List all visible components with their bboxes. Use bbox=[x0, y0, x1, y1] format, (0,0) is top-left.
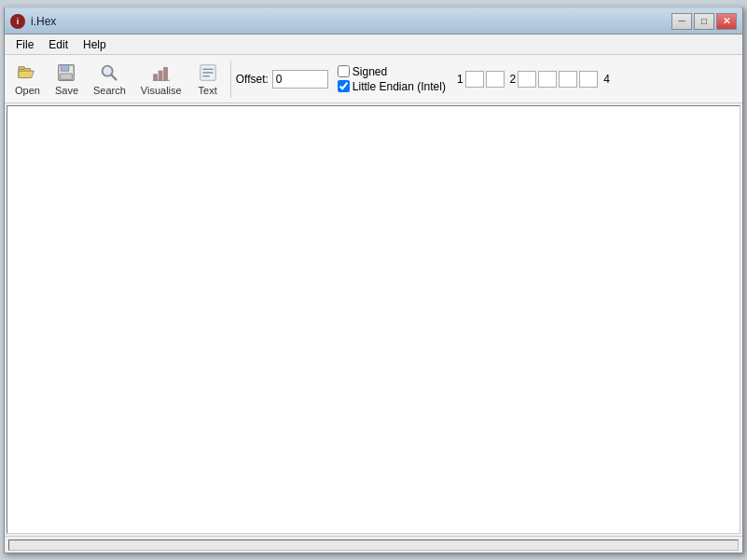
number-label-4: 4 bbox=[603, 73, 610, 86]
little-endian-row: Little Endian (Intel) bbox=[338, 80, 446, 93]
main-window: i i.Hex ─ □ ✕ File Edit Help Open bbox=[4, 7, 743, 553]
svg-rect-4 bbox=[61, 74, 73, 79]
little-endian-label[interactable]: Little Endian (Intel) bbox=[353, 80, 446, 93]
offset-label: Offset: bbox=[236, 73, 269, 86]
byte-boxes-2 bbox=[518, 71, 598, 88]
number-label-2: 2 bbox=[510, 73, 517, 86]
byte-box-3[interactable] bbox=[518, 71, 536, 88]
visualise-icon bbox=[150, 61, 173, 84]
byte-box-2[interactable] bbox=[486, 71, 505, 88]
svg-rect-9 bbox=[164, 68, 168, 81]
signed-row: Signed bbox=[338, 65, 446, 78]
toolbar: Open Save Search bbox=[5, 55, 742, 103]
title-bar: i i.Hex ─ □ ✕ bbox=[5, 8, 742, 34]
offset-group: Offset: bbox=[236, 70, 328, 89]
search-icon bbox=[98, 61, 120, 84]
menu-bar: File Edit Help bbox=[5, 34, 742, 55]
horizontal-scrollbar[interactable] bbox=[8, 540, 739, 551]
byte-box-6[interactable] bbox=[579, 71, 598, 88]
byte-boxes bbox=[465, 71, 505, 88]
visualise-button[interactable]: Visualise bbox=[134, 59, 188, 99]
save-icon bbox=[55, 61, 77, 84]
search-label: Search bbox=[93, 85, 126, 96]
svg-line-6 bbox=[112, 75, 117, 79]
svg-rect-1 bbox=[19, 67, 24, 70]
checkboxes-group: Signed Little Endian (Intel) bbox=[338, 65, 446, 93]
main-content-area bbox=[7, 105, 740, 534]
menu-file[interactable]: File bbox=[8, 36, 41, 53]
svg-rect-7 bbox=[154, 75, 158, 80]
open-label: Open bbox=[15, 85, 40, 96]
maximize-button[interactable]: □ bbox=[694, 13, 714, 30]
offset-input[interactable] bbox=[272, 70, 328, 89]
open-icon bbox=[16, 61, 38, 84]
minimize-button[interactable]: ─ bbox=[671, 13, 692, 30]
text-button[interactable]: Text bbox=[190, 59, 226, 99]
title-bar-left: i i.Hex bbox=[10, 14, 56, 29]
save-label: Save bbox=[55, 85, 78, 96]
title-bar-buttons: ─ □ ✕ bbox=[671, 13, 737, 30]
search-button[interactable]: Search bbox=[87, 59, 132, 99]
number-group-1: 1 bbox=[457, 73, 463, 86]
little-endian-checkbox[interactable] bbox=[338, 80, 350, 92]
window-title: i.Hex bbox=[31, 15, 56, 28]
svg-rect-8 bbox=[159, 71, 162, 80]
text-label: Text bbox=[199, 85, 217, 96]
close-button[interactable]: ✕ bbox=[716, 13, 737, 30]
save-button[interactable]: Save bbox=[48, 59, 85, 99]
status-bar bbox=[5, 536, 742, 553]
svg-rect-3 bbox=[62, 65, 69, 71]
menu-edit[interactable]: Edit bbox=[41, 36, 76, 53]
app-icon: i bbox=[10, 14, 25, 29]
byte-box-5[interactable] bbox=[559, 71, 577, 88]
visualise-label: Visualise bbox=[141, 85, 182, 96]
signed-checkbox[interactable] bbox=[338, 65, 350, 77]
byte-box-1[interactable] bbox=[465, 71, 484, 88]
signed-label[interactable]: Signed bbox=[353, 65, 387, 78]
open-button[interactable]: Open bbox=[8, 59, 47, 99]
text-icon bbox=[197, 61, 219, 84]
number-label-1: 1 bbox=[457, 73, 463, 86]
menu-help[interactable]: Help bbox=[76, 36, 114, 53]
toolbar-separator bbox=[230, 61, 231, 98]
byte-box-4[interactable] bbox=[538, 71, 557, 88]
